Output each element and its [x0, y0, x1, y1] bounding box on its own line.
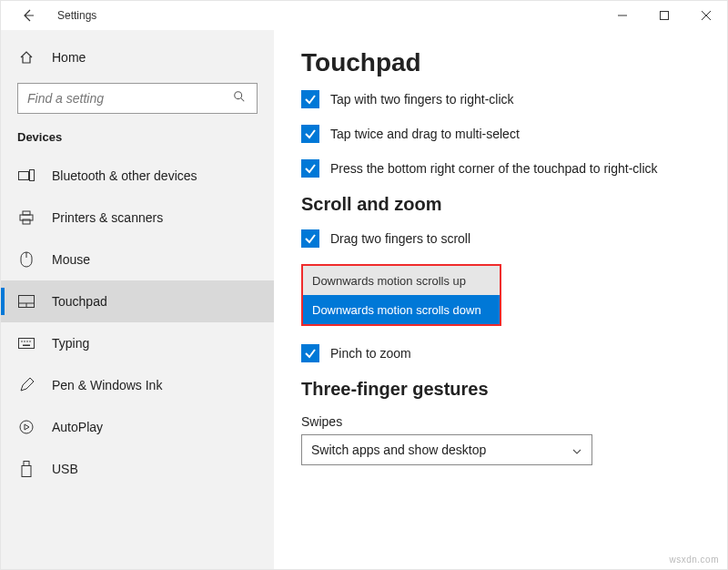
check-tap-twice-drag[interactable]: Tap twice and drag to multi-select	[301, 125, 700, 143]
check-label: Tap with two fingers to right-click	[330, 92, 514, 107]
autoplay-icon	[17, 420, 35, 434]
scroll-option-down[interactable]: Downwards motion scrolls down	[303, 295, 500, 324]
svg-rect-12	[19, 339, 35, 349]
section-scroll-zoom: Scroll and zoom	[301, 194, 700, 215]
close-button[interactable]	[685, 1, 727, 30]
svg-rect-3	[30, 170, 35, 181]
home-icon	[17, 50, 35, 65]
check-label: Pinch to zoom	[330, 346, 411, 361]
checkbox-checked-icon	[301, 125, 319, 143]
sidebar-item-label: AutoPlay	[52, 420, 103, 434]
check-label: Press the bottom right corner of the tou…	[330, 161, 658, 176]
section-three-finger: Three-finger gestures	[301, 379, 700, 400]
swipes-dropdown[interactable]: Switch apps and show desktop	[301, 434, 592, 465]
sidebar-item-label: Typing	[52, 336, 89, 351]
back-button[interactable]	[17, 5, 39, 26]
search-input[interactable]	[27, 91, 233, 106]
keyboard-icon	[17, 338, 35, 349]
svg-point-16	[29, 341, 31, 342]
settings-window: Settings Home Device	[0, 0, 728, 570]
maximize-icon	[660, 11, 669, 20]
sidebar-item-label: Printers & scanners	[52, 210, 163, 225]
sidebar-item-typing[interactable]: Typing	[1, 322, 274, 364]
check-bottom-right-corner[interactable]: Press the bottom right corner of the tou…	[301, 159, 700, 178]
checkbox-checked-icon	[301, 159, 319, 178]
sidebar-item-touchpad[interactable]: Touchpad	[1, 280, 274, 322]
sidebar-item-label: Pen & Windows Ink	[52, 378, 162, 392]
check-pinch-zoom[interactable]: Pinch to zoom	[301, 344, 700, 362]
svg-point-14	[24, 341, 25, 342]
svg-point-18	[20, 421, 33, 433]
sidebar-category: Devices	[17, 130, 258, 144]
scroll-option-up[interactable]: Downwards motion scrolls up	[303, 266, 500, 295]
home-label: Home	[52, 50, 86, 65]
sidebar-item-printers[interactable]: Printers & scanners	[1, 197, 274, 239]
search-icon	[233, 90, 248, 107]
svg-rect-2	[19, 172, 29, 180]
sidebar-item-label: Mouse	[52, 252, 90, 267]
titlebar: Settings	[1, 1, 727, 30]
minimize-button[interactable]	[602, 1, 643, 30]
usb-icon	[17, 461, 35, 477]
home-link[interactable]: Home	[17, 39, 258, 76]
sidebar-item-bluetooth[interactable]: Bluetooth & other devices	[1, 155, 274, 197]
minimize-icon	[618, 11, 627, 20]
svg-point-1	[235, 92, 242, 99]
window-title: Settings	[57, 9, 96, 22]
swipes-label: Swipes	[301, 414, 700, 429]
body: Home Devices Bluetooth & other devices	[1, 30, 727, 569]
scroll-direction-dropdown-open: Downwards motion scrolls up Downwards mo…	[301, 264, 501, 326]
close-icon	[702, 11, 711, 20]
printer-icon	[17, 210, 35, 225]
search-box[interactable]	[17, 83, 258, 114]
sidebar-item-mouse[interactable]: Mouse	[1, 239, 274, 280]
svg-rect-5	[23, 211, 30, 215]
checkbox-checked-icon	[301, 90, 319, 108]
swipes-value: Switch apps and show desktop	[311, 443, 486, 457]
chevron-down-icon	[571, 444, 582, 455]
svg-rect-0	[661, 12, 669, 20]
svg-point-15	[26, 341, 28, 342]
devices-icon	[17, 169, 35, 182]
sidebar-item-usb[interactable]: USB	[1, 448, 274, 490]
check-drag-two-scroll[interactable]: Drag two fingers to scroll	[301, 229, 700, 248]
checkbox-checked-icon	[301, 344, 319, 362]
sidebar-item-label: USB	[52, 462, 78, 476]
sidebar-item-label: Touchpad	[52, 294, 107, 309]
sidebar-item-pen[interactable]: Pen & Windows Ink	[1, 364, 274, 406]
sidebar-item-autoplay[interactable]: AutoPlay	[1, 406, 274, 448]
sidebar: Home Devices Bluetooth & other devices	[1, 30, 274, 569]
mouse-icon	[17, 251, 35, 268]
svg-rect-20	[22, 466, 31, 477]
maximize-button[interactable]	[643, 1, 685, 30]
content-pane: Touchpad Tap with two fingers to right-c…	[274, 30, 727, 569]
back-arrow-icon	[21, 8, 35, 23]
svg-point-13	[21, 341, 23, 342]
touchpad-icon	[17, 295, 35, 308]
checkbox-checked-icon	[301, 229, 319, 248]
svg-rect-19	[24, 462, 29, 466]
check-label: Tap twice and drag to multi-select	[330, 127, 520, 141]
page-title: Touchpad	[301, 48, 700, 77]
check-tap-two-fingers[interactable]: Tap with two fingers to right-click	[301, 90, 700, 108]
nav-list: Bluetooth & other devices Printers & sca…	[1, 155, 274, 490]
sidebar-item-label: Bluetooth & other devices	[52, 168, 197, 183]
check-label: Drag two fingers to scroll	[330, 231, 470, 246]
svg-rect-17	[23, 345, 30, 347]
pen-icon	[17, 378, 35, 392]
watermark: wsxdn.com	[669, 555, 719, 565]
